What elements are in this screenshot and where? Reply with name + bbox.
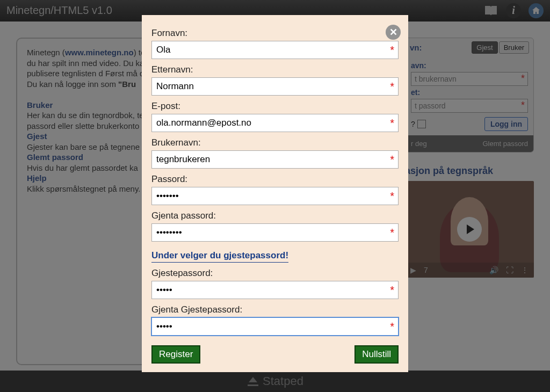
required-star: * xyxy=(390,154,394,166)
brukernavn-input[interactable] xyxy=(151,150,399,169)
passord-input[interactable] xyxy=(151,187,399,205)
required-star: * xyxy=(390,81,394,93)
register-button[interactable]: Register xyxy=(151,345,200,364)
gjestepassord-input[interactable] xyxy=(151,281,399,299)
required-star: * xyxy=(390,190,394,202)
required-star: * xyxy=(390,117,394,129)
gjenta-passord-input[interactable] xyxy=(151,223,399,242)
gjestepassord-label: Gjestepassord: xyxy=(151,268,399,279)
required-star: * xyxy=(390,284,394,296)
etternavn-input[interactable] xyxy=(151,77,399,96)
gjenta-gjestepassord-label: Gjenta Gjestepassord: xyxy=(151,304,399,315)
brukernavn-label: Brukernavn: xyxy=(151,137,399,148)
required-star: * xyxy=(390,321,394,333)
epost-label: E-post: xyxy=(151,101,399,112)
passord-label: Passord: xyxy=(151,174,399,185)
gjenta-gjestepassord-input[interactable] xyxy=(151,317,399,336)
gjenta-passord-label: Gjenta passord: xyxy=(151,210,399,221)
close-icon[interactable]: ✕ xyxy=(386,25,401,40)
nullstill-button[interactable]: Nullstill xyxy=(354,345,399,364)
required-star: * xyxy=(390,44,394,56)
fornavn-label: Fornavn: xyxy=(151,28,399,39)
register-modal: ✕ Fornavn: * Etternavn: * E-post: * Bruk… xyxy=(142,15,408,372)
required-star: * xyxy=(390,227,394,239)
fornavn-input[interactable] xyxy=(151,41,399,59)
etternavn-label: Etternavn: xyxy=(151,64,399,75)
guest-password-note: Under velger du gjestepassord! xyxy=(151,250,288,263)
epost-input[interactable] xyxy=(151,114,399,132)
